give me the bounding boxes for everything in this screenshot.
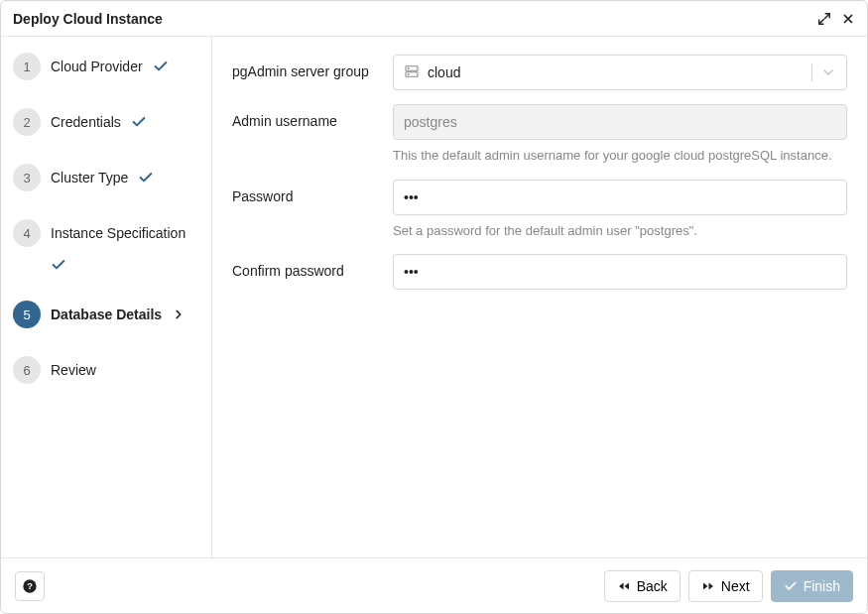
step-number: 5 <box>13 301 41 328</box>
row-server-group: pgAdmin server group cloud <box>232 55 847 90</box>
wizard-steps-sidebar: 1 Cloud Provider 2 Credentials 3 Cluster… <box>1 37 212 557</box>
dialog-footer: ? Back Next Finish <box>1 557 867 613</box>
field-label: Admin username <box>232 104 393 129</box>
row-password: Password Set a password for the default … <box>232 180 847 241</box>
step-number: 3 <box>13 164 41 191</box>
svg-marker-8 <box>708 582 713 589</box>
step-label: Credentials <box>51 114 121 130</box>
next-label: Next <box>721 578 750 594</box>
next-button[interactable]: Next <box>688 570 763 602</box>
step-label: Instance Specification <box>51 225 186 241</box>
forward-icon <box>701 580 715 592</box>
step-cluster-type[interactable]: 3 Cluster Type <box>13 164 199 191</box>
check-icon <box>153 59 169 74</box>
svg-text:?: ? <box>27 581 33 591</box>
row-confirm-password: Confirm password <box>232 254 847 290</box>
step-label: Database Details <box>51 307 162 322</box>
step-database-details[interactable]: 5 Database Details <box>13 301 199 328</box>
server-group-icon <box>404 63 420 82</box>
step-number: 4 <box>13 219 41 247</box>
back-button[interactable]: Back <box>604 570 681 602</box>
close-icon[interactable] <box>841 12 855 26</box>
select-divider <box>811 63 812 81</box>
back-label: Back <box>637 578 668 594</box>
check-icon <box>784 579 798 593</box>
dialog-titlebar: Deploy Cloud Instance <box>1 1 867 37</box>
step-number: 6 <box>13 356 41 384</box>
form-main: pgAdmin server group cloud Adm <box>212 37 867 557</box>
check-icon <box>51 257 66 273</box>
step-number: 1 <box>13 53 41 80</box>
titlebar-actions <box>817 12 855 26</box>
step-review[interactable]: 6 Review <box>13 356 199 384</box>
expand-icon[interactable] <box>817 12 831 26</box>
step-label: Cloud Provider <box>51 59 143 74</box>
dialog-title: Deploy Cloud Instance <box>13 11 163 27</box>
field-label: Confirm password <box>232 254 393 279</box>
finish-button[interactable]: Finish <box>771 570 853 602</box>
svg-marker-9 <box>703 582 708 589</box>
server-group-value: cloud <box>428 64 804 80</box>
field-label: Password <box>232 180 393 204</box>
step-number: 2 <box>13 108 41 136</box>
step-credentials[interactable]: 2 Credentials <box>13 108 199 136</box>
svg-point-2 <box>408 67 409 68</box>
svg-marker-7 <box>624 582 629 589</box>
chevron-down-icon <box>820 64 836 80</box>
svg-point-3 <box>408 73 409 74</box>
check-icon <box>138 170 154 185</box>
help-button[interactable]: ? <box>15 571 45 601</box>
password-helper: Set a password for the default admin use… <box>393 221 847 241</box>
finish-label: Finish <box>804 578 840 594</box>
deploy-cloud-instance-dialog: Deploy Cloud Instance 1 Cloud Provider 2… <box>0 0 868 614</box>
admin-username-input[interactable] <box>393 104 847 140</box>
admin-username-helper: This the default admin username for your… <box>393 146 847 166</box>
confirm-password-input[interactable] <box>393 254 847 290</box>
step-label: Review <box>51 362 96 378</box>
row-admin-username: Admin username This the default admin us… <box>232 104 847 166</box>
step-label: Cluster Type <box>51 170 128 185</box>
server-group-select[interactable]: cloud <box>393 55 847 90</box>
check-icon <box>131 114 147 130</box>
svg-marker-6 <box>619 582 624 589</box>
rewind-icon <box>617 580 631 592</box>
chevron-right-icon <box>172 307 186 321</box>
field-label: pgAdmin server group <box>232 55 393 79</box>
password-input[interactable] <box>393 180 847 215</box>
step-cloud-provider[interactable]: 1 Cloud Provider <box>13 53 199 80</box>
step-instance-specification[interactable]: 4 Instance Specification <box>13 219 199 273</box>
